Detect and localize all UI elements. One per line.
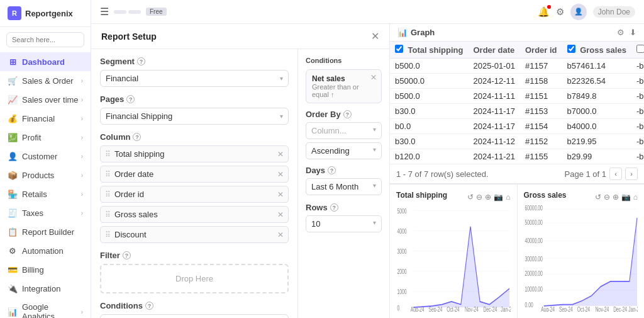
col-checkbox[interactable]: [395, 45, 403, 53]
table-cell: b0.0: [390, 119, 468, 134]
logo-icon: R: [8, 6, 21, 20]
table-cell: -b500.0: [631, 89, 644, 104]
graph-tab[interactable]: 📊 Graph: [397, 28, 435, 37]
sidebar-item-taxes[interactable]: 🧾 Taxes ›: [0, 203, 91, 222]
home-icon[interactable]: ⌂: [506, 193, 510, 202]
settings-icon[interactable]: ⚙: [556, 6, 564, 18]
segment-help-icon[interactable]: ?: [137, 57, 145, 65]
sidebar-item-report-builder[interactable]: 📋 Report Builder: [0, 222, 91, 241]
sidebar-item-customer[interactable]: 👤 Customer ›: [0, 147, 91, 166]
next-page-button[interactable]: ›: [625, 168, 638, 180]
notification-icon[interactable]: 🔔: [538, 6, 550, 18]
reset-icon[interactable]: ↺: [467, 193, 474, 202]
segment-select[interactable]: Financial ▾: [100, 70, 289, 87]
rows-select[interactable]: 10 ▾: [306, 215, 382, 232]
col-checkbox[interactable]: [567, 45, 575, 53]
camera-icon[interactable]: 📷: [621, 193, 631, 202]
download-icon[interactable]: ⬇: [630, 28, 636, 37]
table-row: b5000.02024-12-11#1158b22326.54-b500.0-b…: [390, 74, 644, 89]
sidebar-item-google-analytics[interactable]: 📊 Google Analytics ›: [0, 298, 91, 318]
net-sales-label: Net sales: [312, 74, 375, 83]
chart-gross-sales: Gross sales ↺ ⊖ ⊕ 📷 ⌂ 60000.00 50000.00: [517, 185, 645, 318]
order-by-column-select[interactable]: Column... ▾: [306, 122, 382, 139]
table-cell: b219.95: [562, 134, 631, 149]
column-label: Column: [100, 132, 130, 142]
sidebar-item-financial[interactable]: 💰 Financial ›: [0, 109, 91, 128]
svg-text:0.00: 0.00: [525, 302, 533, 309]
avatar[interactable]: 👤: [570, 4, 587, 20]
table-cell: #1152: [520, 134, 562, 149]
sidebar-item-profit[interactable]: 💹 Profit ›: [0, 128, 91, 147]
sidebar-item-sales-order[interactable]: 🛒 Sales & Order ›: [0, 71, 91, 90]
table-row: b500.02025-01-01#1157b57461.14-b453.0-b1…: [390, 59, 644, 74]
reset-icon[interactable]: ↺: [595, 193, 601, 202]
pages-select[interactable]: Financial Shipping ▾: [100, 108, 289, 125]
days-select[interactable]: Last 6 Month ▾: [306, 178, 382, 195]
table-cell: -b453.0: [631, 59, 644, 74]
sidebar-nav: ⊞ Dashboard 🛒 Sales & Order › 📈 Sales ov…: [0, 52, 91, 318]
remove-net-sales-icon[interactable]: ✕: [370, 73, 377, 82]
drag-icon: ⠿: [105, 170, 111, 179]
sidebar-item-label: Financial: [22, 114, 55, 123]
order-by-direction-select[interactable]: Ascending ▾: [306, 142, 382, 159]
sidebar-item-retails[interactable]: 🏪 Retails ›: [0, 185, 91, 203]
zoom-out-icon[interactable]: ⊖: [604, 193, 610, 202]
pages-section: Pages ? Financial Shipping ▾: [100, 94, 289, 125]
drag-icon: ⠿: [105, 190, 111, 199]
search-input[interactable]: [6, 32, 84, 47]
col-checkbox[interactable]: [636, 45, 644, 53]
sidebar-item-integration[interactable]: 🔌 Integration: [0, 279, 91, 298]
filter-icon[interactable]: ⚙: [617, 28, 625, 37]
remove-column-icon[interactable]: ✕: [277, 190, 284, 199]
sidebar-item-billing[interactable]: 💳 Billing: [0, 260, 91, 279]
remove-column-icon[interactable]: ✕: [277, 230, 284, 239]
zoom-out-icon[interactable]: ⊖: [476, 193, 482, 202]
hamburger-icon[interactable]: ☰: [100, 6, 109, 18]
table-cell: 2024-12-11: [468, 74, 520, 89]
sidebar-item-dashboard[interactable]: ⊞ Dashboard: [0, 52, 91, 71]
table-cell: -b500.0: [631, 74, 644, 89]
order-by-help-icon[interactable]: ?: [343, 110, 352, 118]
pages-help-icon[interactable]: ?: [126, 95, 135, 103]
zoom-in-icon[interactable]: ⊕: [613, 193, 619, 202]
sidebar-item-automation[interactable]: ⚙ Automation: [0, 241, 91, 260]
days-help-icon[interactable]: ?: [328, 166, 336, 174]
rows-value: 10: [311, 219, 320, 229]
sidebar-item-products[interactable]: 📦 Products ›: [0, 166, 91, 185]
column-help-icon[interactable]: ?: [133, 133, 141, 141]
remove-column-icon[interactable]: ✕: [277, 150, 284, 159]
topbar-tabs: [114, 10, 141, 14]
svg-text:Jan-25: Jan-25: [501, 306, 510, 312]
close-button[interactable]: ✕: [371, 30, 379, 42]
topbar-tab-1[interactable]: [114, 10, 126, 14]
table-row: b30.02024-11-12#1152b219.95-b10.0-b0.0-b…: [390, 134, 644, 149]
svg-text:3000: 3000: [397, 248, 407, 256]
filter-help-icon[interactable]: ?: [123, 251, 131, 259]
topbar-tab-2[interactable]: [128, 10, 141, 14]
sidebar-item-sales-time[interactable]: 📈 Sales over time ›: [0, 90, 91, 109]
chart2-svg: 60000.00 50000.00 40000.00 30000.00 2000…: [524, 203, 638, 312]
conditions-select[interactable]: Select... ▾: [100, 314, 289, 318]
filter-drop-zone[interactable]: Drop Here: [100, 264, 289, 293]
svg-text:Aug-24: Aug-24: [541, 306, 555, 312]
rows-help-icon[interactable]: ?: [330, 203, 338, 212]
segment-value: Financial: [106, 74, 138, 83]
sidebar-item-label: Products: [22, 171, 54, 180]
order-by-section: Order By ? Column... ▾ Ascending ▾: [306, 110, 382, 159]
chevron-icon: ›: [81, 77, 83, 84]
row-count-text: 1 - 7 of 7 row(s) selected.: [396, 169, 489, 179]
home-icon[interactable]: ⌂: [633, 193, 638, 202]
graph-tab-icon: 📊: [397, 28, 408, 37]
table-cell: b29.99: [562, 149, 631, 164]
panel-left: Segment ? Financial ▾ Pages ?: [91, 49, 298, 318]
camera-icon[interactable]: 📷: [494, 193, 503, 202]
segment-section: Segment ? Financial ▾: [100, 57, 289, 87]
conditions-help-icon[interactable]: ?: [145, 302, 153, 310]
zoom-in-icon[interactable]: ⊕: [485, 193, 491, 202]
charts-row: Total shipping ↺ ⊖ ⊕ 📷 ⌂ 5000 4000: [390, 184, 644, 318]
remove-column-icon[interactable]: ✕: [277, 170, 284, 179]
table-cell: 2024-11-17: [468, 104, 520, 119]
rows-section: Rows ? 10 ▾: [306, 203, 382, 232]
prev-page-button[interactable]: ‹: [609, 168, 622, 180]
remove-column-icon[interactable]: ✕: [277, 210, 284, 219]
